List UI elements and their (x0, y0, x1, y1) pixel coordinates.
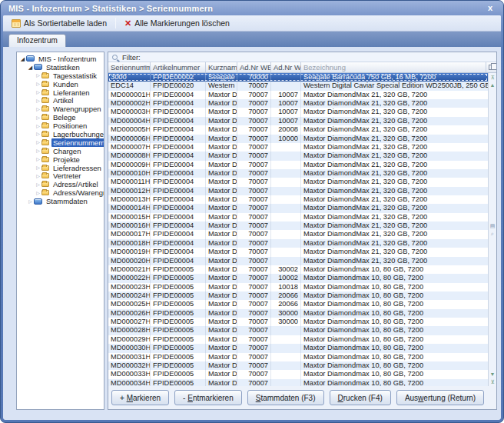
collapse-arrow-icon[interactable]: ▷ (35, 115, 41, 120)
search-icon[interactable]: ⌕ (491, 231, 494, 236)
tree-item-seriennummern[interactable]: ▷Seriennummern (17, 138, 104, 147)
stammdaten-f3-button[interactable]: Stammdaten (F3) (247, 390, 324, 405)
tree-item-projekte[interactable]: ▷Projekte (17, 155, 104, 164)
table-row[interactable]: MD000002HDFPIDE00004Maxtor Dia7000710007… (108, 99, 488, 108)
table-row[interactable]: MD000009HDFPIDE00004Maxtor Dia70007Maxto… (108, 161, 488, 169)
table-row[interactable]: MD000023HDFPIDE00005Maxtor Dia7000710018… (108, 283, 488, 291)
tree-item-statistiken[interactable]: ◢Statistiken (17, 63, 104, 72)
expand-arrow-icon[interactable]: ◢ (27, 65, 34, 70)
collapse-arrow-icon[interactable]: ▷ (35, 191, 41, 195)
table-row[interactable]: 3000FPIDE00002Seagate Ba70000Seagate Bar… (108, 73, 488, 82)
tree-item-kunden[interactable]: ▷Kunden (17, 80, 104, 88)
cell-artikelnummer: FPIDE00004 (151, 187, 206, 195)
tree-item-lieferadressen[interactable]: ▷Lieferadressen (17, 164, 104, 172)
table-row[interactable]: MD000022HDFPIDE00005Maxtor Dia7000710002… (108, 274, 488, 282)
expand-arrow-icon[interactable]: ◢ (19, 56, 26, 62)
table-row[interactable]: MD000008HDFPIDE00004Maxtor Dia70007Maxto… (108, 152, 488, 160)
table-row[interactable]: MD000017HDFPIDE00004Maxtor Dia70007Maxto… (108, 230, 488, 238)
collapse-arrow-icon[interactable]: ▷ (35, 174, 41, 178)
column-chooser-button[interactable] (486, 62, 496, 72)
column-header-bezeichnung[interactable]: Bezeichnung (301, 62, 486, 72)
table-row[interactable]: MD000026HDFPIDE00005Maxtor Dia7000730000… (108, 309, 488, 318)
tree-item-chargen[interactable]: ▷Chargen (17, 147, 104, 155)
table-row[interactable]: MD000021HDFPIDE00005Maxtor Dia7000730002… (108, 265, 488, 274)
tree-item-tagesstatistik[interactable]: ▷Tagesstatistik (17, 72, 104, 80)
tab-infozentrum[interactable]: Infozentrum (8, 34, 66, 47)
collapse-arrow-icon[interactable]: ▷ (35, 157, 41, 162)
vertical-scrollbar[interactable]: ⊼▲ ▤⌕ ▼⊻ (488, 73, 496, 386)
collapse-arrow-icon[interactable]: ▷ (35, 82, 41, 86)
table-row[interactable]: MD000018HDFPIDE00004Maxtor Dia70007Maxto… (108, 239, 488, 248)
close-icon[interactable]: x (486, 3, 495, 13)
column-header-ad-nr-wa[interactable]: Ad.Nr WA (271, 62, 301, 72)
table-row[interactable]: MD000024HDFPIDE00005Maxtor Dia7000720066… (108, 291, 488, 300)
tree-item-stammdaten[interactable]: ▷Stammdaten (17, 197, 104, 205)
collapse-arrow-icon[interactable]: ▷ (35, 165, 41, 170)
collapse-arrow-icon[interactable]: ▷ (35, 140, 41, 145)
collapse-arrow-icon[interactable]: ▷ (35, 132, 41, 136)
column-header-ad-nr-we[interactable]: Ad.Nr WE (237, 62, 271, 72)
table-row[interactable]: MD000011HDFPIDE00004Maxtor Dia70007Maxto… (108, 178, 488, 186)
collapse-arrow-icon[interactable]: ▷ (35, 98, 41, 103)
table-row[interactable]: MD000033HDFPIDE00005Maxtor Dia70007Maxto… (108, 370, 488, 378)
column-header-artikelnummer[interactable]: Artikelnummer (151, 62, 206, 72)
tree-item-lagerbuchungen[interactable]: ▷Lagerbuchungen (17, 130, 104, 138)
collapse-arrow-icon[interactable]: ▷ (35, 73, 41, 78)
table-row[interactable]: MD000016HDFPIDE00004Maxtor Dia70007Maxto… (108, 221, 488, 230)
table-row[interactable]: MD000005HDFPIDE00004Maxtor Dia7000720008… (108, 125, 488, 134)
markieren-button[interactable]: + Markieren (111, 390, 169, 405)
cell-artikelnummer: FPIDE00020 (151, 82, 206, 90)
column-header-seriennummer[interactable]: Seriennummer▼ (108, 62, 151, 72)
tree-item-belege[interactable]: ▷Belege (17, 113, 104, 122)
scroll-up-icon[interactable]: ▲ (490, 82, 496, 88)
tree-item-lieferanten[interactable]: ▷Lieferanten (17, 88, 104, 97)
collapse-arrow-icon[interactable]: ▷ (35, 182, 41, 187)
clear-marks-button[interactable]: ✕ Alle Markierungen löschen (121, 18, 234, 28)
collapse-arrow-icon[interactable]: ▷ (35, 148, 41, 153)
auswertung-return-button[interactable]: Auswertung (Return) (396, 390, 484, 405)
table-row[interactable]: MD000014HDFPIDE00004Maxtor Dia70007Maxto… (108, 204, 488, 212)
cell-kurzname: Maxtor Dia (206, 161, 237, 169)
column-header-kurzname[interactable]: Kurzname (206, 62, 237, 72)
tree-item-artikel[interactable]: ▷Artikel (17, 96, 104, 105)
cell-artikelnummer: FPIDE00004 (151, 143, 206, 152)
table-row[interactable]: MD000006HDFPIDE00004Maxtor Dia7000710000… (108, 135, 488, 143)
drucken-f4-button[interactable]: Drucken (F4) (330, 390, 391, 405)
table-row[interactable]: MD000034HDFPIDE00005Maxtor Dia70007Maxto… (108, 379, 488, 386)
table-row[interactable]: MD000030HDFPIDE00005Maxtor Dia70007Maxto… (108, 344, 488, 352)
tree-item-adress-artikel[interactable]: ▷Adress/Artikel (17, 180, 104, 188)
table-row[interactable]: MD000031HDFPIDE00005Maxtor Dia70007Maxto… (108, 353, 488, 361)
collapse-arrow-icon[interactable]: ▷ (35, 90, 41, 95)
collapse-arrow-icon[interactable]: ▷ (27, 199, 34, 204)
table-row[interactable]: MD000001HDFPIDE00004Maxtor Dia7000710007… (108, 91, 488, 99)
tree-item-adress-warengruppen[interactable]: ▷Adress/Warengruppen (17, 188, 104, 197)
table-row[interactable]: MD000020HDFPIDE00004Maxtor Dia70007Maxto… (108, 257, 488, 265)
scroll-to-bottom-icon[interactable]: ⊻ (490, 379, 494, 385)
table-row[interactable]: MD000019HDFPIDE00004Maxtor Dia70007Maxto… (108, 248, 488, 256)
table-row[interactable]: MD000007HDFPIDE00004Maxtor Dia70007Maxto… (108, 143, 488, 152)
table-row[interactable]: MD000015HDFPIDE00004Maxtor Dia70007Maxto… (108, 213, 488, 221)
entmarkieren-button[interactable]: - Entmarkieren (174, 390, 242, 405)
table-row[interactable]: MD000004HDFPIDE00004Maxtor Dia7000710007… (108, 117, 488, 125)
tree-item-mis-infozentrum[interactable]: ◢MIS - Infozentrum (17, 55, 104, 63)
table-row[interactable]: MD000003HDFPIDE00004Maxtor Dia7000710007… (108, 108, 488, 116)
collapse-arrow-icon[interactable]: ▷ (35, 107, 41, 112)
table-row[interactable]: MD000028HDFPIDE00005Maxtor Dia70007Maxto… (108, 326, 488, 335)
table-row[interactable]: MD000010HDFPIDE00004Maxtor Dia70007Maxto… (108, 169, 488, 178)
table-row[interactable]: MD000029HDFPIDE00005Maxtor Dia70007Maxto… (108, 335, 488, 344)
load-sort-table-button[interactable]: Als Sortiertabelle laden (8, 18, 111, 28)
table-row[interactable]: MD000025HDFPIDE00005Maxtor Dia7000720066… (108, 300, 488, 308)
tree-item-warengruppen[interactable]: ▷Warengruppen (17, 105, 104, 113)
table-row[interactable]: MD000013HDFPIDE00004Maxtor Dia70007Maxto… (108, 195, 488, 204)
table-row[interactable]: EDC14FPIDE00020Western Di70007Western Di… (108, 82, 488, 90)
grid-view-icon[interactable]: ▤ (490, 223, 496, 228)
tree-item-vertreter[interactable]: ▷Vertreter (17, 172, 104, 180)
scroll-to-top-icon[interactable]: ⊼ (490, 75, 494, 80)
table-row[interactable]: MD000012HDFPIDE00004Maxtor Dia70007Maxto… (108, 187, 488, 195)
table-row[interactable]: MD000027HDFPIDE00005Maxtor Dia7000730000… (108, 318, 488, 326)
filter-row[interactable]: Filter: (108, 52, 496, 62)
collapse-arrow-icon[interactable]: ▷ (35, 124, 41, 128)
table-row[interactable]: MD000032HDFPIDE00005Maxtor Dia70007Maxto… (108, 361, 488, 370)
tree-item-positionen[interactable]: ▷Positionen (17, 122, 104, 130)
scroll-down-icon[interactable]: ▼ (490, 371, 496, 377)
